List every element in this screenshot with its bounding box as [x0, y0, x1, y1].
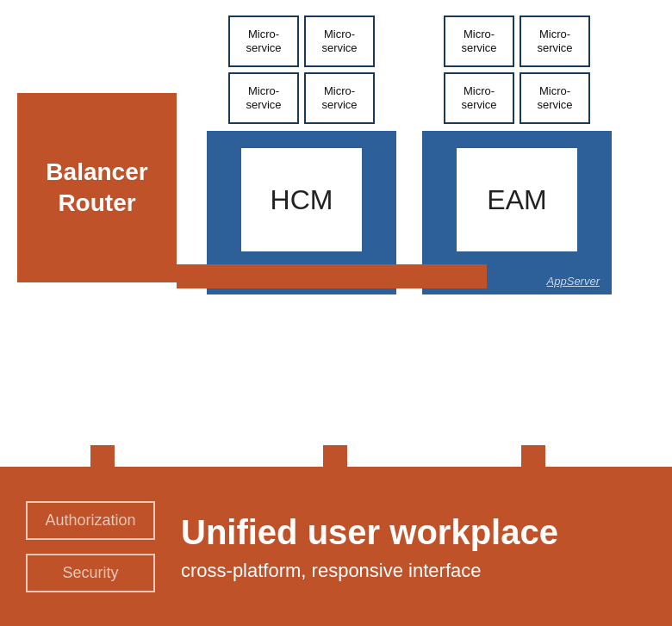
eam-appserver-label: AppServer	[547, 275, 600, 288]
bottom-labels: Authorization Security	[26, 501, 155, 592]
cross-platform-subtitle: cross-platform, responsive interface	[181, 560, 646, 582]
unified-workplace-title: Unified user workplace	[181, 511, 646, 553]
micro-box-eam-2: Micro-service	[520, 15, 590, 67]
micro-box-eam-3: Micro-service	[444, 72, 514, 124]
micro-box-hcm-3: Micro-service	[228, 72, 299, 124]
balancer-router-label: BalancerRouter	[46, 157, 147, 220]
authorization-label-box: Authorization	[26, 501, 155, 540]
eam-server-block: EAM AppServer	[422, 131, 612, 294]
connector-spacer	[0, 294, 672, 350]
micro-box-hcm-2: Micro-service	[304, 15, 375, 67]
eam-label: EAM	[487, 184, 546, 216]
micro-box-eam-4: Micro-service	[520, 72, 590, 124]
hcm-inner-box: HCM	[241, 148, 362, 251]
micro-box-eam-1: Micro-service	[444, 15, 514, 67]
eam-inner-box: EAM	[457, 148, 577, 251]
security-label-box: Security	[26, 554, 155, 592]
top-section: BalancerRouter Micro-service Micro-servi…	[0, 0, 672, 294]
balancer-router-block: BalancerRouter	[17, 93, 177, 282]
hcm-microservices-grid: Micro-service Micro-service Micro-servic…	[220, 15, 383, 124]
diagram-container: BalancerRouter Micro-service Micro-servi…	[0, 0, 672, 626]
micro-box-hcm-1: Micro-service	[228, 15, 299, 67]
bottom-text: Unified user workplace cross-platform, r…	[181, 511, 646, 582]
hcm-server-block: HCM AppServer	[207, 131, 396, 294]
eam-microservices-grid: Micro-service Micro-service Micro-servic…	[435, 15, 599, 124]
micro-box-hcm-4: Micro-service	[304, 72, 375, 124]
eam-column: Micro-service Micro-service Micro-servic…	[418, 15, 616, 294]
hcm-column: Micro-service Micro-service Micro-servic…	[202, 15, 401, 294]
hcm-appserver-label: AppServer	[332, 275, 384, 288]
bottom-banner: Authorization Security Unified user work…	[0, 467, 672, 626]
hcm-label: HCM	[271, 184, 333, 216]
